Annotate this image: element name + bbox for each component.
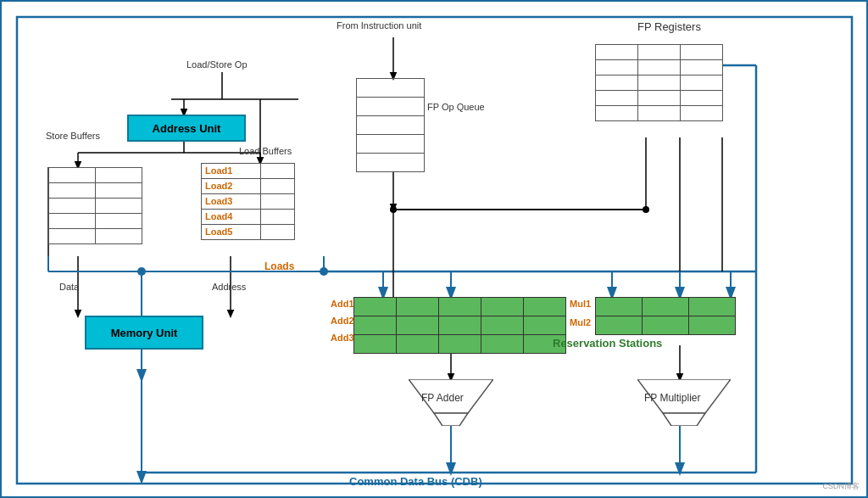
mul1-label: Mul1 [570, 299, 591, 309]
svg-point-41 [390, 206, 397, 213]
add3-label: Add3 [331, 333, 354, 343]
load4-label: Load4 [205, 211, 232, 221]
fp-registers-label: FP Registers [637, 20, 701, 33]
load2-label: Load2 [205, 181, 232, 191]
svg-marker-49 [663, 413, 705, 426]
add1-label: Add1 [331, 299, 354, 309]
load-store-op-label: Load/Store Op [186, 59, 248, 70]
add2-label: Add2 [331, 316, 354, 326]
watermark: CSDN博客 [822, 481, 860, 492]
address-unit-box: Address Unit [127, 115, 246, 142]
loads-label: Loads [264, 260, 294, 272]
store-buffers-table [48, 167, 142, 244]
fp-op-queue-label: FP Op Queue [427, 102, 485, 112]
svg-point-42 [643, 206, 649, 213]
memory-unit-box: Memory Unit [85, 316, 203, 350]
from-instruction-unit-label: From Instruction unit [337, 20, 421, 31]
fp-op-queue [356, 78, 425, 172]
mul-rs-table [595, 297, 736, 335]
reservation-stations-label: Reservation Stations [553, 337, 662, 350]
store-buffers-label: Store Buffers [46, 131, 100, 141]
diagram: From Instruction unit FP Op Queue FP Reg… [0, 0, 868, 498]
mul2-label: Mul2 [570, 317, 591, 327]
load-buffers-label: Load Buffers [239, 146, 292, 156]
fp-registers-table [595, 44, 723, 121]
load1-label: Load1 [205, 165, 232, 176]
svg-point-44 [320, 267, 328, 276]
cdb-label: Common Data Bus (CDB) [349, 475, 482, 488]
fp-adder-label: FP Adder [421, 392, 464, 404]
add-rs-table [353, 297, 566, 354]
load5-label: Load5 [205, 227, 232, 237]
address-label: Address [212, 282, 246, 292]
data-label: Data [59, 282, 79, 292]
fp-multiplier-label: FP Multiplier [644, 392, 700, 404]
svg-point-45 [137, 267, 146, 276]
svg-marker-47 [434, 413, 468, 426]
load3-label: Load3 [205, 196, 232, 206]
